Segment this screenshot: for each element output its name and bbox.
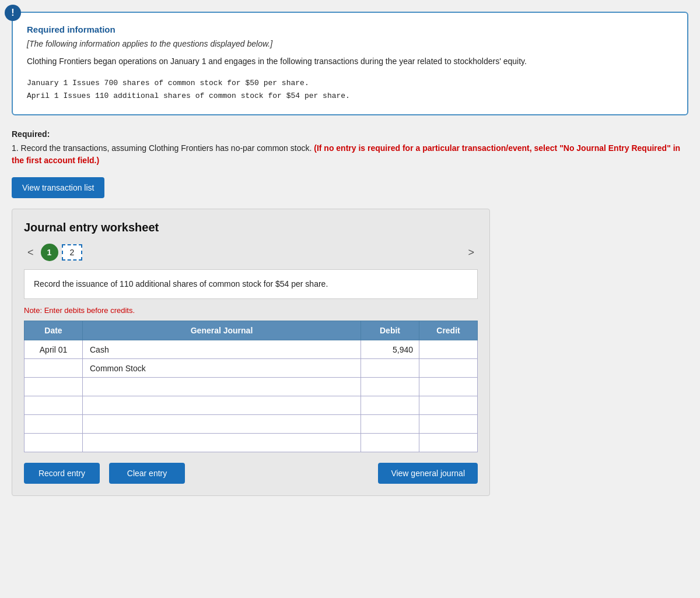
row-6-gj[interactable] — [83, 434, 361, 452]
row-4-date — [24, 396, 83, 415]
required-section: Required: 1. Record the transactions, as… — [12, 129, 688, 167]
note-text: Note: Enter debits before credits. — [24, 306, 478, 315]
row-5-credit[interactable] — [419, 415, 478, 434]
row-1-debit[interactable]: 5,940 — [361, 340, 419, 359]
row-3-gj[interactable] — [83, 378, 361, 396]
view-transaction-button[interactable]: View transaction list — [12, 177, 104, 198]
tab-2[interactable]: 2 — [62, 244, 83, 261]
table-row — [24, 378, 478, 396]
table-row: Common Stock — [24, 359, 478, 378]
info-box: ! Required information [The following in… — [12, 12, 688, 115]
worksheet-container: Journal entry worksheet < 1 2 > Record t… — [12, 209, 490, 496]
tab-1[interactable]: 1 — [41, 244, 58, 261]
record-entry-button[interactable]: Record entry — [24, 463, 100, 484]
description-box: Record the issuance of 110 additional sh… — [24, 269, 478, 299]
table-row — [24, 396, 478, 415]
tab-prev-arrow[interactable]: < — [24, 245, 37, 260]
clear-entry-button[interactable]: Clear entry — [109, 463, 185, 484]
view-general-journal-button[interactable]: View general journal — [378, 463, 478, 484]
row-6-credit[interactable] — [419, 434, 478, 452]
row-3-credit[interactable] — [419, 378, 478, 396]
row-4-gj[interactable] — [83, 396, 361, 415]
transaction-line-2: April 1 Issues 110 additional shares of … — [27, 90, 673, 103]
row-3-date — [24, 378, 83, 396]
journal-table: Date General Journal Debit Credit April … — [24, 321, 478, 452]
required-label: Required: — [12, 129, 688, 139]
col-header-gj: General Journal — [83, 321, 361, 340]
row-5-debit[interactable] — [361, 415, 419, 434]
col-header-date: Date — [24, 321, 83, 340]
table-row — [24, 415, 478, 434]
info-subtitle: [The following information applies to th… — [27, 39, 673, 48]
row-1-date: April 01 — [24, 340, 83, 359]
row-3-debit[interactable] — [361, 378, 419, 396]
row-2-gj[interactable]: Common Stock — [83, 359, 361, 378]
row-2-debit[interactable] — [361, 359, 419, 378]
tab-row: < 1 2 > — [24, 244, 478, 261]
row-5-date — [24, 415, 83, 434]
row-4-debit[interactable] — [361, 396, 419, 415]
row-4-credit[interactable] — [419, 396, 478, 415]
info-title: Required information — [27, 24, 673, 34]
row-6-debit[interactable] — [361, 434, 419, 452]
worksheet-title: Journal entry worksheet — [24, 221, 478, 234]
required-normal: 1. Record the transactions, assuming Clo… — [12, 143, 312, 153]
col-header-debit: Debit — [361, 321, 419, 340]
row-2-date — [24, 359, 83, 378]
row-5-gj[interactable] — [83, 415, 361, 434]
table-row — [24, 434, 478, 452]
row-6-date — [24, 434, 83, 452]
row-1-credit[interactable] — [419, 340, 478, 359]
info-transactions: January 1 Issues 700 shares of common st… — [27, 77, 673, 103]
required-text: 1. Record the transactions, assuming Clo… — [12, 142, 688, 167]
tab-next-arrow[interactable]: > — [464, 245, 478, 260]
row-1-gj[interactable]: Cash — [83, 340, 361, 359]
info-body: Clothing Frontiers began operations on J… — [27, 55, 673, 68]
button-row: Record entry Clear entry View general jo… — [24, 463, 478, 484]
row-2-credit[interactable] — [419, 359, 478, 378]
table-row: April 01 Cash 5,940 — [24, 340, 478, 359]
col-header-credit: Credit — [419, 321, 478, 340]
exclamation-icon: ! — [5, 5, 21, 21]
transaction-line-1: January 1 Issues 700 shares of common st… — [27, 77, 673, 90]
